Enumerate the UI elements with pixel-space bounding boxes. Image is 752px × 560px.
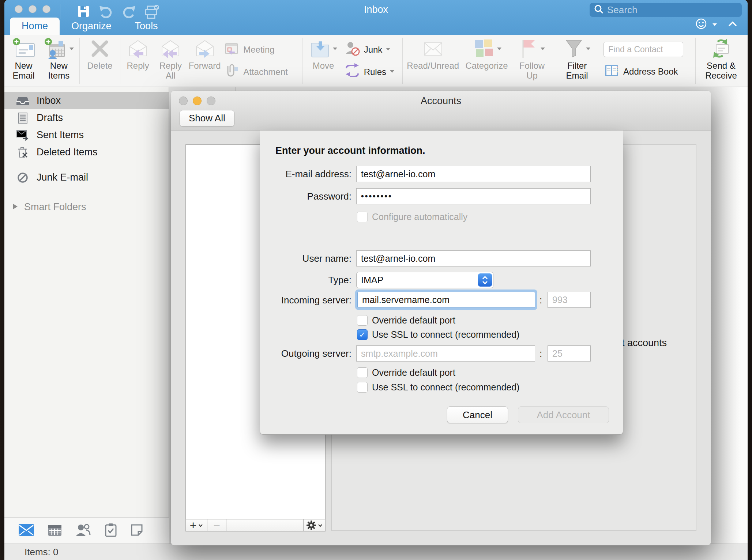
configure-automatically-checkbox[interactable]: Configure automatically — [357, 212, 467, 222]
module-switcher — [4, 517, 169, 544]
categorize-label: Categorize — [466, 61, 508, 71]
rules-button[interactable]: Rules — [344, 63, 399, 81]
people-module-icon[interactable] — [75, 523, 91, 538]
send-receive-button[interactable]: Send & Receive — [698, 35, 745, 87]
disclosure-triangle-icon[interactable] — [12, 201, 18, 213]
follow-up-button[interactable]: Follow Up — [512, 35, 552, 87]
incoming-override-port-checkbox[interactable]: Override default port — [357, 315, 455, 326]
read-unread-button[interactable]: Read/Unread — [405, 35, 461, 87]
type-select[interactable]: IMAP — [356, 272, 493, 288]
find-contact-input[interactable] — [604, 42, 683, 57]
desktop: Inbox Home Organize Tools — [0, 0, 752, 560]
smart-folders-label: Smart Folders — [24, 201, 86, 213]
sidebar-item-sent[interactable]: Sent Items — [4, 126, 169, 144]
show-all-button[interactable]: Show All — [180, 110, 234, 126]
address-book-label: Address Book — [623, 67, 678, 77]
accounts-content: + − t accounts Enter your account inform… — [171, 130, 711, 545]
calendar-module-icon[interactable] — [48, 523, 62, 538]
address-book-button[interactable]: Address Book — [604, 64, 692, 80]
status-bar: Items: 0 — [4, 544, 748, 560]
new-email-icon — [12, 37, 36, 61]
checkbox-icon — [357, 382, 368, 393]
tab-home[interactable]: Home — [10, 18, 60, 35]
new-email-button[interactable]: New Email — [7, 35, 40, 87]
username-label: User name: — [260, 250, 351, 266]
cancel-button[interactable]: Cancel — [447, 406, 508, 423]
sidebar-item-junk[interactable]: Junk E-mail — [4, 169, 169, 186]
sidebar-item-inbox[interactable]: Inbox — [4, 92, 169, 109]
search-input[interactable] — [607, 4, 737, 16]
sidebar-item-deleted[interactable]: Deleted Items — [4, 144, 169, 161]
incoming-port-separator: : — [539, 292, 542, 308]
username-field[interactable] — [356, 250, 591, 266]
inbox-icon — [16, 95, 29, 106]
forward-icon — [193, 37, 216, 61]
meeting-button[interactable]: Meeting — [223, 41, 298, 58]
send-receive-label: Send & Receive — [704, 61, 737, 80]
password-field[interactable] — [356, 188, 591, 204]
notes-module-icon[interactable] — [130, 523, 143, 538]
address-book-icon — [604, 64, 620, 80]
mail-module-icon[interactable] — [18, 524, 34, 538]
search-box[interactable] — [590, 3, 742, 17]
outgoing-use-ssl-label: Use SSL to connect (recommended) — [372, 382, 519, 393]
incoming-server-field[interactable] — [357, 292, 535, 308]
email-field[interactable] — [356, 166, 591, 182]
incoming-port-field[interactable] — [548, 292, 591, 308]
ribbon-tabs: Home Organize Tools — [10, 18, 170, 35]
tab-organize[interactable]: Organize — [60, 18, 123, 35]
outgoing-server-field[interactable] — [356, 345, 535, 362]
sidebar-item-drafts[interactable]: Drafts — [4, 109, 169, 126]
delete-button[interactable]: Delete — [82, 35, 118, 87]
forward-button[interactable]: Forward — [187, 35, 222, 87]
account-list-toolbar: + − — [185, 519, 326, 531]
type-label: Type: — [260, 272, 351, 288]
email-label: E-mail address: — [260, 166, 351, 182]
smiley-dropdown-caret[interactable] — [712, 23, 717, 28]
reply-label: Reply — [127, 61, 149, 71]
sidebar-item-label: Inbox — [37, 95, 61, 106]
password-label: Password: — [260, 188, 351, 204]
move-button[interactable]: Move — [304, 35, 343, 87]
smiley-feedback-icon[interactable] — [695, 18, 707, 31]
categorize-button[interactable]: Categorize — [461, 35, 512, 87]
new-items-button[interactable]: New Items — [40, 35, 78, 87]
attachment-button[interactable]: Attachment — [223, 64, 298, 80]
new-email-label: New Email — [12, 61, 36, 80]
delete-icon — [90, 37, 110, 61]
collapse-ribbon-icon[interactable] — [728, 20, 737, 29]
new-items-caret — [69, 48, 74, 52]
stepper-icon[interactable] — [478, 273, 492, 287]
account-actions-button[interactable] — [304, 519, 326, 531]
accounts-titlebar: Accounts Show All — [171, 91, 711, 130]
remove-account-button[interactable]: − — [207, 519, 226, 531]
ribbon: New Email New Items Delete — [4, 35, 748, 87]
incoming-server-label: Incoming server: — [260, 292, 351, 308]
checkbox-icon — [357, 315, 368, 326]
add-account-menu-button[interactable]: + — [185, 519, 207, 531]
add-account-button[interactable]: Add Account — [518, 406, 609, 423]
filter-email-button[interactable]: Filter Email — [556, 35, 598, 87]
section-divider — [356, 236, 591, 236]
reply-all-button[interactable]: Reply All — [154, 35, 187, 87]
incoming-use-ssl-checkbox[interactable]: ✓ Use SSL to connect (recommended) — [357, 329, 519, 340]
outgoing-port-separator: : — [539, 345, 542, 362]
attachment-label: Attachment — [243, 67, 287, 77]
plus-icon: + — [190, 520, 197, 531]
incoming-use-ssl-label: Use SSL to connect (recommended) — [372, 329, 519, 340]
sidebar-smart-folders[interactable]: Smart Folders — [4, 198, 169, 216]
reply-button[interactable]: Reply — [122, 35, 154, 87]
delete-label: Delete — [87, 61, 112, 71]
tasks-module-icon[interactable] — [105, 523, 117, 538]
outgoing-override-port-checkbox[interactable]: Override default port — [357, 367, 455, 378]
background-text-fragment: t accounts — [622, 337, 667, 349]
follow-up-icon — [519, 37, 545, 61]
titlebar: Inbox Home Organize Tools — [4, 0, 748, 35]
tab-tools[interactable]: Tools — [123, 18, 170, 35]
outgoing-port-field[interactable] — [548, 345, 591, 362]
outgoing-use-ssl-checkbox[interactable]: Use SSL to connect (recommended) — [357, 382, 519, 393]
junk-button[interactable]: Junk — [344, 41, 399, 58]
read-unread-label: Read/Unread — [407, 61, 459, 71]
chevron-down-icon — [318, 524, 323, 527]
gear-icon — [307, 521, 316, 530]
